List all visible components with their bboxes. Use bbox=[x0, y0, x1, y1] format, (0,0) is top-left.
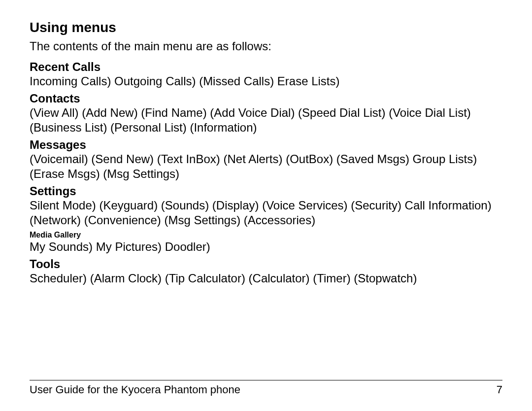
document-content: Using menus The contents of the main men… bbox=[30, 20, 502, 286]
section-body-media-gallery: My Sounds) My Pictures) Doodler) bbox=[30, 240, 502, 254]
section-heading-tools: Tools bbox=[30, 257, 502, 271]
footer-text: User Guide for the Kyocera Phantom phone bbox=[30, 383, 240, 396]
footer-row: User Guide for the Kyocera Phantom phone… bbox=[30, 383, 502, 396]
page-number: 7 bbox=[497, 383, 502, 396]
section-heading-media-gallery: Media Gallery bbox=[30, 231, 502, 240]
section-body-tools: Scheduler) (Alarm Clock) (Tip Calculator… bbox=[30, 271, 502, 286]
section-heading-contacts: Contacts bbox=[30, 92, 502, 105]
section-body-settings: Silent Mode) (Keyguard) (Sounds) (Displa… bbox=[30, 198, 502, 228]
section-body-contacts: (View All) (Add New) (Find Name) (Add Vo… bbox=[30, 105, 502, 135]
section-body-messages: (Voicemail) (Send New) (Text InBox) (Net… bbox=[30, 152, 502, 181]
section-body-recent-calls: Incoming Calls) Outgoing Calls) (Missed … bbox=[30, 74, 502, 89]
intro-text: The contents of the main menu are as fol… bbox=[30, 39, 502, 53]
main-heading: Using menus bbox=[30, 20, 502, 35]
section-heading-settings: Settings bbox=[30, 184, 502, 198]
footer-divider bbox=[30, 380, 502, 380]
section-heading-recent-calls: Recent Calls bbox=[30, 60, 502, 74]
section-heading-messages: Messages bbox=[30, 138, 502, 152]
page-footer: User Guide for the Kyocera Phantom phone… bbox=[30, 380, 502, 396]
